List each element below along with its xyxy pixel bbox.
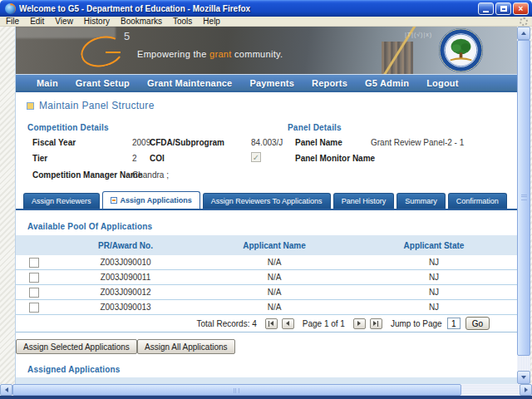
tab-assign-applications[interactable]: Assign Applications: [102, 191, 200, 209]
menu-help[interactable]: Help: [203, 17, 220, 27]
close-button[interactable]: ×: [513, 2, 529, 15]
coi-checkbox: ✓: [251, 152, 261, 162]
table-row: Z003J090013 N/A NJ: [16, 300, 517, 315]
chalkboard-image: |T|(√)|x): [405, 32, 432, 37]
first-page-button[interactable]: [265, 318, 278, 329]
col-applicant-name: Applicant Name: [199, 241, 350, 250]
tab-summary[interactable]: Summary: [397, 193, 446, 209]
tab-bar: Assign Reviewers Assign Applications Ass…: [16, 193, 517, 210]
row-checkbox[interactable]: [29, 258, 39, 268]
banner-tagline: Empowering the grant community.: [137, 49, 283, 59]
competition-details-heading: Competition Details: [27, 123, 109, 132]
minimize-button[interactable]: [478, 2, 494, 15]
nav-payments[interactable]: Payments: [249, 78, 294, 88]
jump-to-page-label: Jump to Page: [391, 319, 442, 328]
available-pool-heading: Available Pool Of Applications: [27, 222, 152, 231]
menu-edit[interactable]: Edit: [30, 17, 44, 27]
window-controls: ×: [478, 2, 529, 15]
menu-file[interactable]: File: [6, 17, 19, 27]
tab-icon: [111, 197, 117, 204]
assigned-applications-heading: Assigned Applications: [27, 365, 121, 374]
competition-manager-label: Competition Manager Name: [32, 170, 142, 180]
menu-bookmarks[interactable]: Bookmarks: [121, 17, 162, 27]
panel-details-heading: Panel Details: [288, 123, 342, 132]
coi-label: COI: [150, 154, 165, 163]
page-indicator: Page 1 of 1: [303, 319, 345, 328]
next-page-button[interactable]: [353, 318, 366, 329]
row-checkbox[interactable]: [29, 288, 39, 298]
tab-confirmation[interactable]: Confirmation: [448, 193, 507, 209]
total-records-label: Total Records:: [197, 319, 250, 328]
panel-name-label: Panel Name: [295, 138, 342, 147]
col-pr-award-no: PR/Award No.: [52, 241, 199, 250]
window-bottom-border: [0, 396, 532, 399]
g5-logo: 5: [81, 32, 131, 70]
table-row: Z003J090010 N/A NJ: [16, 255, 517, 270]
go-button[interactable]: Go: [466, 317, 490, 330]
cfda-value: 84.003/J: [251, 138, 283, 147]
tab-assign-reviewers[interactable]: Assign Reviewers: [23, 193, 100, 209]
scroll-right-button[interactable]: [520, 384, 532, 396]
previous-page-button[interactable]: [282, 318, 294, 329]
bullet-icon: [27, 102, 34, 110]
row-checkbox[interactable]: [29, 303, 39, 313]
row-checkbox[interactable]: [29, 273, 39, 283]
fiscal-year-value: 2009: [132, 138, 150, 147]
nav-grant-maintenance[interactable]: Grant Maintenance: [147, 78, 232, 88]
panel-name-value: Grant Review Panel-2 - 1: [371, 138, 464, 147]
menu-history[interactable]: History: [84, 17, 110, 27]
menu-bar: File Edit View History Bookmarks Tools H…: [0, 17, 532, 27]
window-titlebar: Welcome to G5 - Department of Education …: [0, 0, 532, 17]
tab-panel-history[interactable]: Panel History: [333, 193, 395, 209]
horizontal-scrollbar[interactable]: [0, 384, 532, 396]
tab-assign-reviewers-to-applications[interactable]: Assign Reviewers To Applications: [203, 193, 331, 209]
vertical-scrollbar[interactable]: [517, 27, 530, 384]
scroll-down-button[interactable]: [517, 371, 530, 384]
maximize-button[interactable]: [495, 2, 511, 15]
department-of-education-seal: [438, 27, 484, 73]
last-page-button[interactable]: [370, 318, 382, 329]
banner: |T|(√)|x) 5 Empowering the grant communi…: [16, 27, 517, 74]
competition-manager-value: Chandra ;: [132, 170, 169, 180]
table-header-row: PR/Award No. Applicant Name Applicant St…: [16, 235, 517, 255]
throbber-icon: [520, 17, 528, 26]
tier-value: 2: [132, 154, 137, 163]
page-title: Maintain Panel Structure: [27, 100, 155, 111]
menu-view[interactable]: View: [55, 17, 73, 27]
assigned-table: PR/Award No. Applicant Name Applicant St…: [16, 377, 517, 384]
nav-g5-admin[interactable]: G5 Admin: [365, 78, 409, 88]
g5-logo-5: 5: [124, 30, 130, 42]
col-applicant-state: Applicant State: [350, 241, 517, 250]
nav-main[interactable]: Main: [37, 78, 58, 88]
panel-monitor-label: Panel Monitor Name: [295, 154, 375, 163]
window-title: Welcome to G5 - Department of Education …: [19, 4, 478, 13]
vertical-scroll-thumb[interactable]: [517, 40, 530, 356]
page-body: Maintain Panel Structure Competition Det…: [16, 92, 517, 384]
tier-label: Tier: [32, 154, 47, 163]
assign-all-applications-button[interactable]: Assign All Applications: [137, 339, 235, 354]
table-header-row: PR/Award No. Applicant Name Applicant St…: [16, 377, 517, 384]
assign-selected-applications-button[interactable]: Assign Selected Applications: [16, 339, 137, 354]
nav-logout[interactable]: Logout: [426, 78, 458, 88]
horizontal-scroll-thumb[interactable]: [12, 384, 461, 396]
main-navigation: Main Grant Setup Grant Maintenance Payme…: [16, 74, 517, 92]
cfda-label: CFDA/Subprogram: [150, 138, 224, 147]
menu-tools[interactable]: Tools: [173, 17, 192, 27]
scroll-left-button[interactable]: [0, 384, 12, 396]
pagination-bar: Total Records: 4 Page 1 of 1 Jump to Pag…: [16, 315, 517, 332]
jump-to-page-input[interactable]: [447, 318, 461, 329]
browser-window: Welcome to G5 - Department of Education …: [0, 0, 532, 399]
total-records-value: 4: [252, 319, 257, 328]
table-row: Z003J090011 N/A NJ: [16, 270, 517, 285]
firefox-icon: [5, 3, 16, 14]
nav-reports[interactable]: Reports: [312, 78, 347, 88]
page-content: |T|(√)|x) 5 Empowering the grant communi…: [15, 27, 517, 384]
fiscal-year-label: Fiscal Year: [32, 138, 76, 147]
scroll-up-button[interactable]: [517, 27, 530, 40]
available-pool-table: PR/Award No. Applicant Name Applicant St…: [16, 235, 517, 332]
nav-grant-setup[interactable]: Grant Setup: [76, 78, 130, 88]
table-row: Z003J090012 N/A NJ: [16, 285, 517, 300]
